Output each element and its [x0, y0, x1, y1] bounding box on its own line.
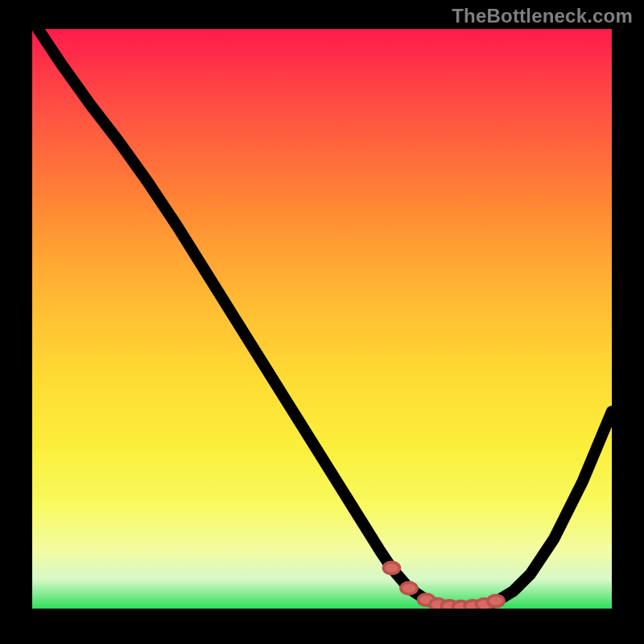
curve-svg [32, 29, 612, 609]
watermark-label: TheBottleneck.com [452, 5, 633, 27]
marker-point [488, 595, 504, 606]
marker-point [383, 562, 399, 573]
plot-area [32, 29, 612, 609]
marker-point [401, 583, 417, 594]
highlighted-markers [383, 562, 504, 609]
chart-frame: TheBottleneck.com [0, 0, 644, 644]
bottleneck-curve [38, 29, 612, 608]
